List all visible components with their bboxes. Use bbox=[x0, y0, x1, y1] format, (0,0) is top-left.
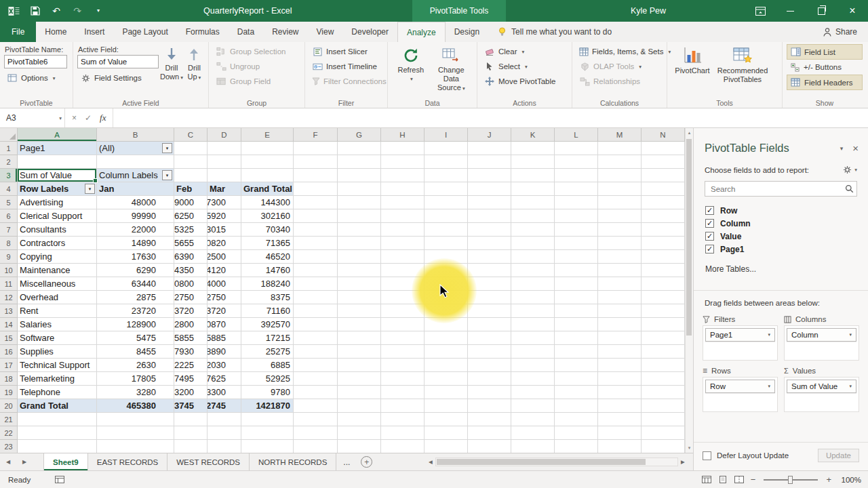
cell-L16[interactable] bbox=[555, 345, 598, 359]
cell-B10[interactable]: 6290 bbox=[97, 264, 174, 277]
cell-H23[interactable] bbox=[381, 440, 425, 453]
sheet-tabs-overflow[interactable]: ... bbox=[336, 453, 357, 470]
minimize-button[interactable] bbox=[774, 0, 806, 22]
row-header-10[interactable]: 10 bbox=[0, 264, 18, 277]
column-header-N[interactable]: N bbox=[642, 128, 685, 142]
cell-J6[interactable] bbox=[468, 209, 511, 223]
cell-H8[interactable] bbox=[381, 237, 425, 250]
cell-M20[interactable] bbox=[598, 399, 642, 413]
cell-L9[interactable] bbox=[555, 250, 598, 264]
save-icon[interactable] bbox=[30, 5, 41, 17]
cell-H6[interactable] bbox=[381, 209, 425, 223]
pivotchart-button[interactable]: PivotChart bbox=[671, 44, 713, 84]
cell-M3[interactable] bbox=[598, 169, 642, 182]
cell-G6[interactable] bbox=[338, 209, 381, 223]
cell-C19[interactable]: 3200 bbox=[174, 386, 208, 399]
cell-L23[interactable] bbox=[555, 440, 598, 453]
row-header-3[interactable]: 3 bbox=[0, 169, 18, 182]
page-break-view-icon[interactable] bbox=[734, 476, 744, 483]
sheet-tab-east-records[interactable]: EAST RECORDS bbox=[88, 453, 168, 470]
cell-A2[interactable] bbox=[18, 155, 97, 169]
cell-A20[interactable]: Grand Total bbox=[18, 399, 97, 413]
user-name[interactable]: Kyle Pew bbox=[631, 6, 666, 16]
cell-I8[interactable] bbox=[425, 237, 468, 250]
cell-A21[interactable] bbox=[18, 413, 97, 426]
cell-I3[interactable] bbox=[425, 169, 468, 182]
cell-B11[interactable]: 63440 bbox=[97, 277, 174, 291]
pane-options-caret-icon[interactable]: ▾ bbox=[840, 145, 844, 152]
cell-D17[interactable]: 2030 bbox=[208, 359, 241, 372]
cell-M11[interactable] bbox=[598, 277, 642, 291]
cell-E19[interactable]: 9780 bbox=[241, 386, 294, 399]
cell-J10[interactable] bbox=[468, 264, 511, 277]
cell-H9[interactable] bbox=[381, 250, 425, 264]
cell-K23[interactable] bbox=[511, 440, 555, 453]
recommended-pivottables-button[interactable]: Recommended PivotTables bbox=[713, 44, 772, 84]
cell-I23[interactable] bbox=[425, 440, 468, 453]
cell-K7[interactable] bbox=[511, 223, 555, 237]
cell-A17[interactable]: Technical Support bbox=[18, 359, 97, 372]
cell-B4[interactable]: Jan bbox=[97, 182, 174, 196]
cell-G21[interactable] bbox=[338, 413, 381, 426]
cell-K10[interactable] bbox=[511, 264, 555, 277]
customize-qat-icon[interactable]: ▾ bbox=[93, 5, 104, 17]
refresh-button[interactable]: Refresh ▾ bbox=[392, 44, 430, 93]
cell-D18[interactable]: 17625 bbox=[208, 372, 241, 386]
row-header-11[interactable]: 11 bbox=[0, 277, 18, 291]
area-chip-rows[interactable]: Row▾ bbox=[705, 380, 775, 393]
cell-L19[interactable] bbox=[555, 386, 598, 399]
cell-J20[interactable] bbox=[468, 399, 511, 413]
sheet-tab-sheet9[interactable]: Sheet9 bbox=[43, 453, 88, 470]
cell-C12[interactable]: 2750 bbox=[174, 291, 208, 304]
cell-M7[interactable] bbox=[598, 223, 642, 237]
cell-B14[interactable]: 128900 bbox=[97, 318, 174, 331]
tab-developer[interactable]: Developer bbox=[342, 22, 397, 42]
row-header-13[interactable]: 13 bbox=[0, 304, 18, 318]
cell-N4[interactable] bbox=[642, 182, 685, 196]
cell-H21[interactable] bbox=[381, 413, 425, 426]
field-checkbox[interactable]: ✓ bbox=[705, 232, 714, 241]
share-button[interactable]: Share bbox=[812, 22, 868, 42]
cell-N17[interactable] bbox=[642, 359, 685, 372]
values-area-box[interactable]: Sum of Value▾ bbox=[784, 377, 859, 412]
cell-C23[interactable] bbox=[174, 440, 208, 453]
cell-J15[interactable] bbox=[468, 331, 511, 345]
cell-C13[interactable]: 23720 bbox=[174, 304, 208, 318]
cell-G16[interactable] bbox=[338, 345, 381, 359]
cell-G20[interactable] bbox=[338, 399, 381, 413]
cell-K11[interactable] bbox=[511, 277, 555, 291]
cell-F21[interactable] bbox=[294, 413, 338, 426]
cell-M19[interactable] bbox=[598, 386, 642, 399]
hscroll-thumb[interactable] bbox=[437, 459, 646, 465]
cell-M5[interactable] bbox=[598, 196, 642, 209]
field-search-box[interactable] bbox=[705, 181, 857, 197]
column-header-C[interactable]: C bbox=[174, 128, 208, 142]
cell-B8[interactable]: 14890 bbox=[97, 237, 174, 250]
cell-J21[interactable] bbox=[468, 413, 511, 426]
cell-M21[interactable] bbox=[598, 413, 642, 426]
cell-J16[interactable] bbox=[468, 345, 511, 359]
scroll-down-icon[interactable]: ▾ bbox=[686, 443, 693, 453]
cell-A9[interactable]: Copying bbox=[18, 250, 97, 264]
cell-K3[interactable] bbox=[511, 169, 555, 182]
cell-G23[interactable] bbox=[338, 440, 381, 453]
insert-timeline-button[interactable]: Insert Timeline bbox=[309, 59, 383, 74]
cell-G11[interactable] bbox=[338, 277, 381, 291]
cell-M18[interactable] bbox=[598, 372, 642, 386]
cell-J4[interactable] bbox=[468, 182, 511, 196]
drill-down-button[interactable]: Drill Down▾ bbox=[160, 44, 183, 85]
cell-M10[interactable] bbox=[598, 264, 642, 277]
cell-N18[interactable] bbox=[642, 372, 685, 386]
cell-H2[interactable] bbox=[381, 155, 425, 169]
column-header-F[interactable]: F bbox=[294, 128, 338, 142]
cell-F19[interactable] bbox=[294, 386, 338, 399]
cell-J13[interactable] bbox=[468, 304, 511, 318]
cell-N1[interactable] bbox=[642, 142, 685, 155]
cell-K20[interactable] bbox=[511, 399, 555, 413]
cell-L15[interactable] bbox=[555, 331, 598, 345]
cell-N13[interactable] bbox=[642, 304, 685, 318]
excel-logo-icon[interactable] bbox=[8, 5, 20, 17]
cell-D3[interactable] bbox=[208, 169, 241, 182]
cell-C8[interactable]: 45655 bbox=[174, 237, 208, 250]
column-header-I[interactable]: I bbox=[425, 128, 468, 142]
